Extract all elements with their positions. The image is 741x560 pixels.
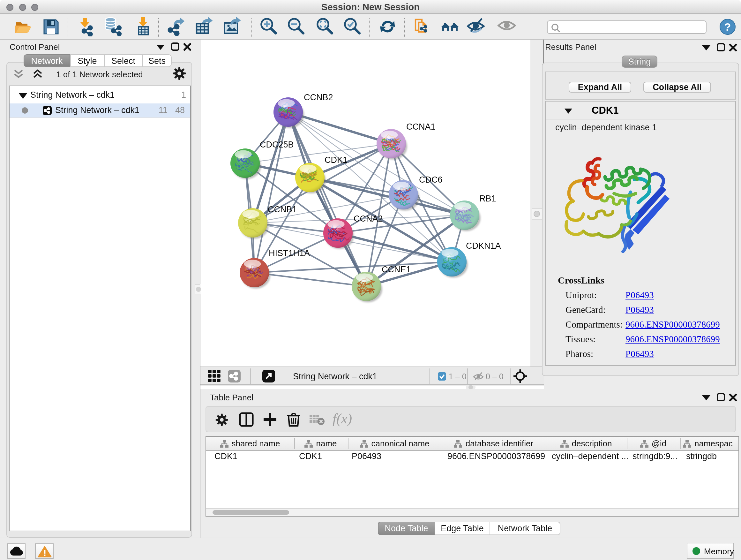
svg-text:RB1: RB1 [479, 194, 496, 203]
svg-text:CDC6: CDC6 [419, 175, 443, 185]
svg-text:CDKN1A: CDKN1A [466, 241, 501, 251]
svg-text:?: ? [724, 21, 731, 33]
svg-text:HIST1H1A: HIST1H1A [269, 248, 310, 258]
svg-text:CCNA1: CCNA1 [406, 122, 435, 132]
svg-text:CCNB1: CCNB1 [268, 205, 297, 214]
svg-text:CDK1: CDK1 [325, 155, 347, 165]
svg-text:CDC25B: CDC25B [260, 140, 294, 149]
svg-text:CCNB2: CCNB2 [304, 92, 333, 102]
svg-text:CCNA2: CCNA2 [354, 214, 383, 224]
svg-text:CCNE1: CCNE1 [382, 265, 411, 274]
